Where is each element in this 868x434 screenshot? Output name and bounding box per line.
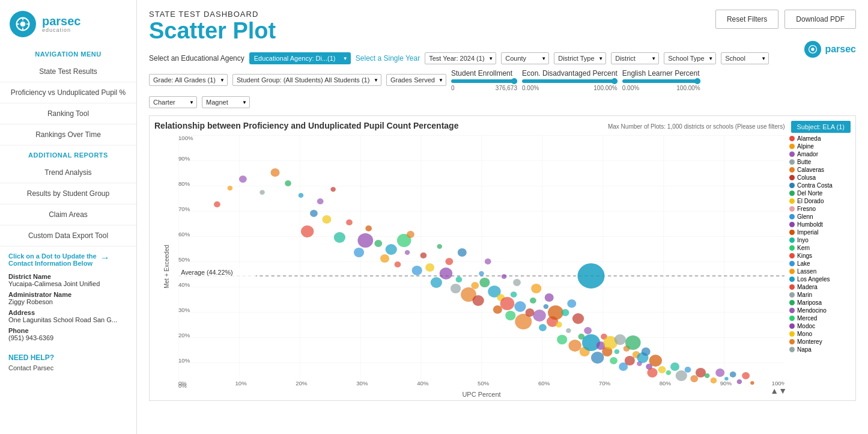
el-slider-thumb[interactable] xyxy=(694,78,700,84)
legend-label: Mariposa xyxy=(797,299,822,306)
student-group-select-wrap[interactable]: Student Group: (All Students) All Studen… xyxy=(232,74,381,86)
econ-max: 100.00% xyxy=(593,85,617,91)
legend-dot xyxy=(789,308,795,313)
district-select[interactable]: District xyxy=(611,52,659,64)
chart-svg[interactable]: Average (44.22%) xyxy=(178,135,785,388)
svg-point-17 xyxy=(285,180,291,186)
legend-label: Humboldt xyxy=(797,221,823,228)
svg-point-36 xyxy=(412,266,422,275)
district-type-select-wrap[interactable]: District Type xyxy=(554,52,606,64)
school-select-wrap[interactable]: School xyxy=(721,52,769,64)
svg-point-16 xyxy=(270,168,279,177)
svg-point-30 xyxy=(380,254,389,263)
legend-label: Madera xyxy=(797,284,818,290)
district-type-select[interactable]: District Type xyxy=(554,52,606,64)
download-pdf-button[interactable]: Download PDF xyxy=(785,10,856,29)
sidebar-item-rankings-over-time[interactable]: Rankings Over Time xyxy=(0,124,136,145)
county-select[interactable]: County xyxy=(501,52,549,64)
charter-select[interactable]: Charter xyxy=(149,96,197,108)
legend-item: Humboldt xyxy=(789,221,851,228)
svg-point-99 xyxy=(647,368,657,377)
admin-name-value: Ziggy Robeson xyxy=(8,298,128,305)
svg-point-47 xyxy=(471,282,479,289)
phone-label: Phone xyxy=(8,327,128,334)
svg-point-53 xyxy=(493,305,502,314)
el-min: 0.00% xyxy=(622,85,639,91)
grades-served-select[interactable]: Grades Served xyxy=(386,74,446,86)
legend-item: Amador xyxy=(789,151,851,157)
student-group-select[interactable]: Student Group: (All Students) All Studen… xyxy=(232,74,381,86)
agency-select-wrap[interactable]: Educational Agency: Di...(1) xyxy=(249,52,351,64)
school-type-select-wrap[interactable]: School Type xyxy=(664,52,716,64)
sidebar-item-state-test[interactable]: State Test Results xyxy=(0,61,136,82)
address-value: One Lagunitas School Road San G... xyxy=(8,316,128,323)
sidebar-item-results[interactable]: Results by Student Group xyxy=(0,183,136,204)
grades-served-select-wrap[interactable]: Grades Served xyxy=(386,74,446,86)
svg-point-111 xyxy=(724,377,728,381)
chart-subtitle: Max Number of Plots: 1,000 districts or … xyxy=(608,123,785,130)
school-select[interactable]: School xyxy=(721,52,769,64)
legend-dot xyxy=(789,230,795,235)
legend-dot xyxy=(789,206,795,212)
scroll-indicator: ▲▼ xyxy=(770,386,787,396)
svg-point-21 xyxy=(317,198,324,204)
el-slider-track[interactable] xyxy=(622,79,700,83)
svg-point-25 xyxy=(346,219,353,225)
svg-point-48 xyxy=(472,295,484,306)
district-name-value: Yucaipa-Calimesa Joint Unified xyxy=(8,280,128,287)
chart-container: Relationship between Proficiency and Und… xyxy=(149,115,856,401)
school-type-select[interactable]: School Type xyxy=(664,52,716,64)
magnet-select-wrap[interactable]: Magnet xyxy=(202,96,250,108)
svg-text:0%: 0% xyxy=(178,383,187,388)
el-slider-group: English Learner Percent 0.00% 100.00% xyxy=(622,69,700,91)
svg-point-12 xyxy=(214,201,220,207)
sidebar-item-export[interactable]: Custom Data Export Tool xyxy=(0,225,136,246)
grade-select[interactable]: Grade: All Grades (1) xyxy=(149,74,228,86)
district-name-label: District Name xyxy=(8,273,128,280)
enrollment-slider-thumb[interactable] xyxy=(511,78,517,84)
legend-item: Lassen xyxy=(789,268,851,275)
parsec-top-icon xyxy=(804,41,821,58)
legend: AlamedaAlpineAmadorButteCalaverasColusaC… xyxy=(785,135,851,388)
enrollment-slider-track[interactable] xyxy=(451,79,517,83)
sidebar-item-proficiency[interactable]: Proficiency vs Unduplicated Pupil % xyxy=(0,82,136,103)
svg-point-100 xyxy=(649,355,662,367)
year-select-wrap[interactable]: Test Year: 2024 (1) xyxy=(425,52,496,64)
sidebar-item-claim[interactable]: Claim Areas xyxy=(0,204,136,225)
econ-slider-track[interactable] xyxy=(522,79,618,83)
el-max: 100.00% xyxy=(676,85,700,91)
charter-select-wrap[interactable]: Charter xyxy=(149,96,197,108)
svg-point-56 xyxy=(500,297,515,310)
logo-text: parsec xyxy=(42,15,81,27)
svg-point-88 xyxy=(615,349,620,354)
logo-sub: education xyxy=(42,27,81,33)
reset-filters-button[interactable]: Reset Filters xyxy=(715,10,778,29)
address-label: Address xyxy=(8,309,128,316)
svg-point-82 xyxy=(591,352,604,364)
svg-point-97 xyxy=(642,347,651,356)
enrollment-label: Student Enrollment xyxy=(451,69,517,78)
legend-item: Marin xyxy=(789,292,851,298)
county-select-wrap[interactable]: County xyxy=(501,52,549,64)
econ-slider-thumb[interactable] xyxy=(612,78,618,84)
sidebar-item-ranking[interactable]: Ranking Tool xyxy=(0,103,136,124)
svg-point-40 xyxy=(437,244,442,249)
legend-label: Modoc xyxy=(797,323,815,329)
legend-label: Lassen xyxy=(797,268,816,275)
sidebar-item-trend[interactable]: Trend Analysis xyxy=(0,162,136,183)
svg-text:40%: 40% xyxy=(417,381,428,387)
legend-label: Mendocino xyxy=(797,307,827,314)
legend-item: Fresno xyxy=(789,206,851,212)
contact-link[interactable]: Contact Parsec xyxy=(0,363,136,377)
svg-point-92 xyxy=(625,356,635,365)
agency-select[interactable]: Educational Agency: Di...(1) xyxy=(249,52,351,64)
magnet-select[interactable]: Magnet xyxy=(202,96,250,108)
svg-point-109 xyxy=(711,377,717,384)
year-select[interactable]: Test Year: 2024 (1) xyxy=(425,52,496,64)
svg-point-106 xyxy=(690,375,698,382)
subject-button[interactable]: Subject: ELA (1) xyxy=(791,121,851,133)
svg-point-24 xyxy=(334,232,345,243)
grade-select-wrap[interactable]: Grade: All Grades (1) xyxy=(149,74,228,86)
district-select-wrap[interactable]: District xyxy=(611,52,659,64)
legend-dot xyxy=(789,198,795,204)
